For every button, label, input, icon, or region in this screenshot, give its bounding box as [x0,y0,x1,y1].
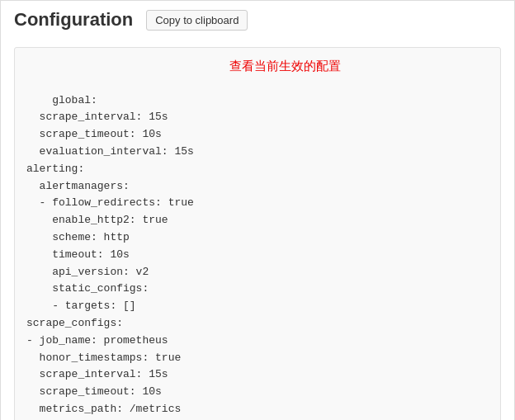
page-title: Configuration [14,9,133,31]
config-content: global: scrape_interval: 15s scrape_time… [26,94,194,420]
annotation-text: 查看当前生效的配置 [229,56,341,76]
config-display: 查看当前生效的配置 global: scrape_interval: 15s s… [14,47,501,420]
page-header: Configuration Copy to clipboard [14,9,501,37]
copy-to-clipboard-button[interactable]: Copy to clipboard [146,10,248,31]
page-container: Configuration Copy to clipboard 查看当前生效的配… [0,0,515,420]
